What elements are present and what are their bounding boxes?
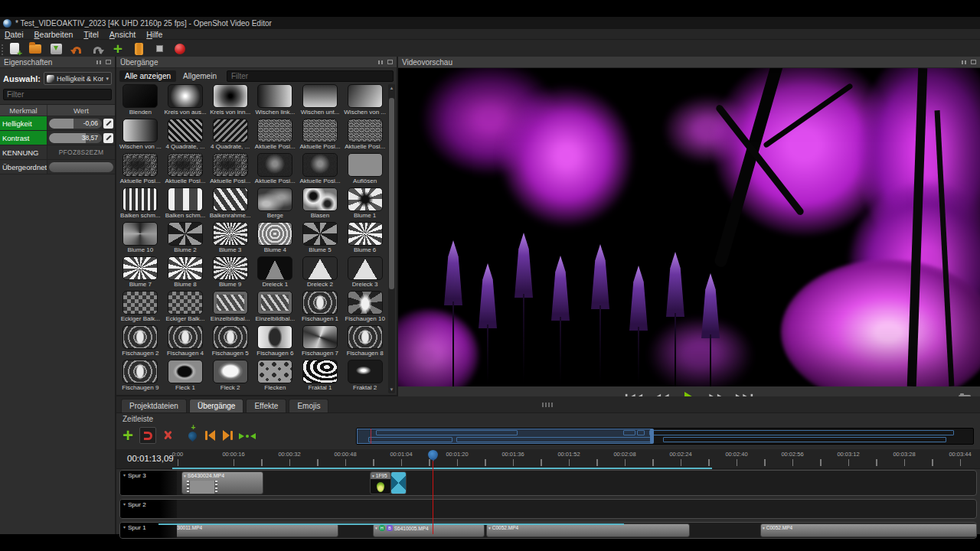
transition-item[interactable]: Blasen <box>298 187 343 222</box>
property-row[interactable]: Übergeordnet <box>0 160 115 174</box>
transition-item[interactable]: Fleck 1 <box>163 360 208 393</box>
transition-item[interactable]: Balken schm... <box>163 187 208 222</box>
transition-item[interactable]: Auflösen <box>342 153 387 187</box>
timeline-ruler[interactable]: 00:01:13,09 0:0000:00:1600:00:3200:00:48… <box>116 449 980 469</box>
value-slider[interactable]: 38,57 <box>49 133 102 143</box>
clip-menu-icon[interactable]: ▾ <box>372 474 374 478</box>
transition-item[interactable]: Aktuelle Posi... <box>298 119 343 153</box>
clip-menu-icon[interactable]: ▾ <box>488 526 491 530</box>
transition-item[interactable]: Blume 1 <box>342 187 387 222</box>
clip-menu-icon[interactable]: ▾ <box>763 526 765 530</box>
save-project-button[interactable] <box>49 42 63 56</box>
toolbar-drag-handle[interactable] <box>2 43 3 55</box>
close-panel-icon[interactable] <box>387 60 393 64</box>
transition-item[interactable]: Blume 5 <box>298 222 343 256</box>
transition-item[interactable]: Dreieck 2 <box>298 256 343 291</box>
transition-item[interactable]: Blume 8 <box>163 256 208 291</box>
transition-item[interactable]: Wischen von ... <box>118 119 163 153</box>
transition-item[interactable]: Blume 2 <box>163 222 208 256</box>
menu-item[interactable]: Titel <box>83 30 98 39</box>
add-marker-button[interactable] <box>184 427 201 444</box>
timeline-clip[interactable]: ▾ C0052.MP4 <box>486 523 690 537</box>
transition-item[interactable]: Dreieck 1 <box>253 256 298 291</box>
overview-viewport[interactable] <box>357 429 652 444</box>
transition-item[interactable]: Fraktal 1 <box>298 360 343 393</box>
track-label[interactable]: ▾ Spur 2 <box>120 500 177 518</box>
transition-item[interactable]: Kreis von aus... <box>163 84 208 119</box>
transition-item[interactable]: Aktuelle Posi... <box>298 153 343 187</box>
track-label[interactable]: ▾ Spur 1 <box>120 523 177 538</box>
transitions-filter-tab[interactable]: Allgemein <box>178 70 222 82</box>
transition-item[interactable]: 4 Quadrate, ... <box>163 119 208 153</box>
dock-tab[interactable]: Projektdateien <box>121 399 187 412</box>
scroll-down-icon[interactable]: ▼ <box>390 387 394 392</box>
dock-tab[interactable]: Emojis <box>289 399 328 412</box>
menu-item[interactable]: Datei <box>5 30 24 39</box>
dock-tab[interactable]: Übergänge <box>189 399 243 412</box>
transition-item[interactable]: Wischen von ... <box>342 84 387 119</box>
transition-item[interactable]: Fischaugen 6 <box>253 325 298 360</box>
choose-profile-button[interactable] <box>132 42 145 56</box>
export-video-button[interactable] <box>173 42 187 56</box>
transition-item[interactable]: Fischaugen 10 <box>342 291 387 325</box>
float-panel-icon[interactable] <box>378 60 384 64</box>
razor-tool-button[interactable] <box>159 427 176 444</box>
undo-button[interactable] <box>70 42 83 56</box>
close-panel-icon[interactable] <box>106 60 111 64</box>
transition-item[interactable]: 4 Quadrate, ... <box>207 119 253 153</box>
transition-item[interactable]: Fischaugen 8 <box>342 325 387 360</box>
splitter-handle[interactable] <box>542 403 554 407</box>
transition-item[interactable]: Aktuelle Posi... <box>342 119 387 153</box>
value-slider[interactable]: -0,06 <box>49 119 102 129</box>
transition-item[interactable]: Eckiger Balk... <box>118 291 163 325</box>
property-row[interactable]: Kontrast 38,57 <box>0 131 115 145</box>
empty-value-pill[interactable] <box>49 162 113 172</box>
float-panel-icon[interactable] <box>96 60 103 64</box>
transition-item[interactable]: Fleck 2 <box>207 360 253 393</box>
transition-item[interactable]: Aktuelle Posi... <box>253 119 298 153</box>
transitions-scrollbar[interactable]: ▲ ▼ <box>388 84 395 393</box>
overview-zoom-handle[interactable] <box>650 429 654 444</box>
transition-item[interactable]: Blume 3 <box>207 222 253 256</box>
float-panel-icon[interactable] <box>962 60 968 64</box>
transition-item[interactable]: Wischen link... <box>253 84 298 119</box>
clip-menu-icon[interactable]: ▾ <box>184 474 186 478</box>
transition-item[interactable]: Eckiger Balk... <box>163 291 208 325</box>
scroll-up-icon[interactable]: ▲ <box>390 86 394 90</box>
transition-item[interactable]: Aktuelle Posi... <box>253 153 298 187</box>
center-on-playhead-button[interactable] <box>237 427 257 444</box>
transition-item[interactable]: Fischaugen 7 <box>298 325 343 360</box>
transition-item[interactable]: Fischaugen 4 <box>163 325 208 360</box>
transition-item[interactable]: Blenden <box>118 84 163 119</box>
transition-item[interactable]: Aktuelle Posi... <box>118 153 163 187</box>
timeline-clip[interactable]: ▾ C0052.MP4 <box>760 523 977 537</box>
transition-item[interactable]: Blume 7 <box>118 256 163 291</box>
property-row[interactable]: KENNUNG PFOZ8S2EZM <box>0 145 115 160</box>
properties-filter-input[interactable] <box>3 89 112 100</box>
effect-badge-h[interactable]: H <box>379 525 385 531</box>
transition-item[interactable]: Wischen unt... <box>298 84 343 119</box>
transition-item[interactable]: Fraktal 2 <box>342 360 387 393</box>
effect-badge-b[interactable]: B <box>387 525 393 531</box>
open-project-button[interactable] <box>28 42 42 56</box>
menu-item[interactable]: Ansicht <box>109 30 136 39</box>
next-marker-button[interactable] <box>219 427 236 444</box>
clip-menu-icon[interactable]: ▾ <box>375 526 377 530</box>
transition-item[interactable]: Kreis von inn... <box>207 84 253 119</box>
fullscreen-button[interactable] <box>152 42 166 56</box>
transition-item[interactable]: Aktuelle Posi... <box>163 153 208 187</box>
previous-marker-button[interactable] <box>202 427 219 444</box>
transitions-filter-input[interactable] <box>227 70 394 82</box>
transition-item[interactable]: Einzelbildbal... <box>253 291 298 325</box>
add-track-button[interactable]: + <box>119 427 136 444</box>
transition-item[interactable]: Aktuelle Posi... <box>207 153 253 187</box>
transition-item[interactable]: Dreieck 3 <box>342 256 387 291</box>
scrollbar-thumb[interactable] <box>389 98 394 289</box>
timeline-overview-slider[interactable] <box>356 428 974 445</box>
transition-item[interactable]: Blume 10 <box>118 222 163 256</box>
menu-item[interactable]: Hilfe <box>146 30 162 39</box>
timeline-clip[interactable]: ▾ 1F95 <box>370 471 391 494</box>
transition-item[interactable]: Fischaugen 5 <box>207 325 253 360</box>
redo-button[interactable] <box>90 42 104 56</box>
dock-tab[interactable]: Effekte <box>246 399 286 412</box>
